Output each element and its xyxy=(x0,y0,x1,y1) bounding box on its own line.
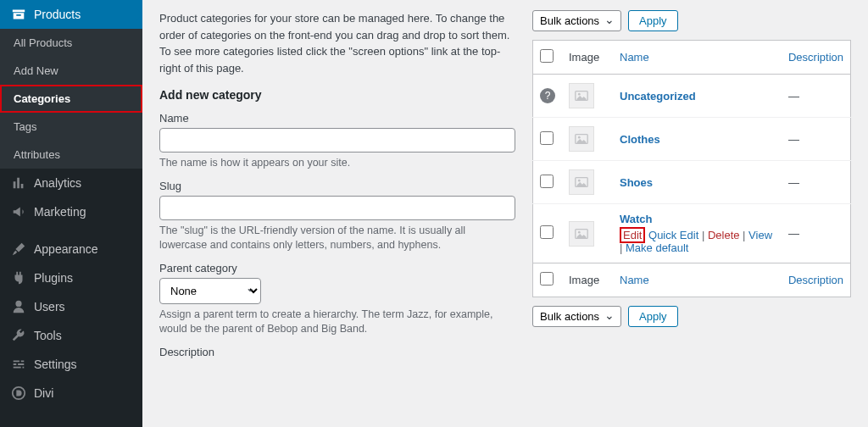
wrench-icon xyxy=(10,328,27,343)
sub-add-new[interactable]: Add New xyxy=(0,57,142,85)
name-desc: The name is how it appears on your site. xyxy=(159,156,515,171)
add-category-heading: Add new category xyxy=(159,88,515,102)
svg-point-2 xyxy=(578,93,581,96)
description-label: Description xyxy=(159,346,515,358)
menu-label: Appearance xyxy=(34,242,98,256)
menu-appearance[interactable]: Appearance xyxy=(0,235,142,263)
slug-input[interactable] xyxy=(159,196,515,220)
sliders-icon xyxy=(10,357,27,372)
svg-point-8 xyxy=(578,230,581,233)
table-row: Shoes— xyxy=(533,161,851,204)
plug-icon xyxy=(10,270,27,286)
col-description-f[interactable]: Description xyxy=(782,263,851,297)
view-link[interactable]: View xyxy=(748,229,772,241)
menu-tools[interactable]: Tools xyxy=(0,321,142,350)
make-default-link[interactable]: Make default xyxy=(626,241,688,254)
admin-sidebar: Products All Products Add New Categories… xyxy=(0,0,142,427)
name-input[interactable] xyxy=(159,128,515,152)
description-cell: — xyxy=(782,204,851,263)
menu-label: Plugins xyxy=(34,271,73,285)
menu-analytics[interactable]: Analytics xyxy=(0,169,142,197)
form-column: Product categories for your store can be… xyxy=(159,10,515,417)
thumbnail-placeholder xyxy=(569,126,594,152)
main-content: Product categories for your store can be… xyxy=(142,0,868,427)
slug-label: Slug xyxy=(159,180,515,192)
menu-plugins[interactable]: Plugins xyxy=(0,263,142,292)
tablenav-top: Bulk actions Apply xyxy=(532,10,851,31)
thumbnail-placeholder xyxy=(569,169,594,195)
megaphone-icon xyxy=(10,204,27,219)
delete-link[interactable]: Delete xyxy=(708,229,740,241)
description-cell: — xyxy=(782,118,851,161)
menu-label: Users xyxy=(34,300,65,313)
apply-button-top[interactable]: Apply xyxy=(628,10,678,31)
menu-marketing[interactable]: Marketing xyxy=(0,197,142,226)
description-cell: — xyxy=(782,161,851,204)
sub-attributes[interactable]: Attributes xyxy=(0,141,142,169)
col-name-f[interactable]: Name xyxy=(613,263,782,297)
bar-chart-icon xyxy=(10,175,27,191)
row-checkbox[interactable] xyxy=(540,225,554,239)
category-name-link[interactable]: Clothes xyxy=(620,133,660,146)
select-all-bottom[interactable] xyxy=(540,272,554,286)
category-name-link[interactable]: Uncategorized xyxy=(620,90,696,103)
categories-table: Image Name Description ?Uncategorized—Cl… xyxy=(532,40,851,297)
sub-all-products[interactable]: All Products xyxy=(0,29,142,57)
parent-select[interactable]: None xyxy=(159,278,261,304)
menu-settings[interactable]: Settings xyxy=(0,350,142,379)
bulk-actions-select-top[interactable]: Bulk actions xyxy=(532,10,621,31)
apply-button-bottom[interactable]: Apply xyxy=(628,306,678,327)
menu-products-label: Products xyxy=(34,8,81,21)
quick-edit-link[interactable]: Quick Edit xyxy=(648,229,698,241)
table-row: Clothes— xyxy=(533,118,851,161)
svg-point-6 xyxy=(578,180,581,182)
row-checkbox[interactable] xyxy=(540,175,554,188)
category-name-link[interactable]: Watch xyxy=(620,213,653,225)
thumbnail-placeholder xyxy=(569,221,594,247)
intro-text: Product categories for your store can be… xyxy=(159,10,515,76)
tablenav-bottom: Bulk actions Apply xyxy=(532,306,851,327)
parent-desc: Assign a parent term to create a hierarc… xyxy=(159,308,515,337)
thumbnail-placeholder xyxy=(569,83,594,108)
row-actions: Edit Quick Edit | Delete | View | Make d… xyxy=(620,229,775,254)
select-all-top[interactable] xyxy=(540,49,554,63)
row-checkbox[interactable] xyxy=(540,131,554,145)
field-description: Description xyxy=(159,346,515,358)
menu-label: Settings xyxy=(34,358,77,371)
svg-point-4 xyxy=(578,136,581,139)
col-name[interactable]: Name xyxy=(613,41,782,75)
brush-icon xyxy=(10,241,27,257)
bulk-actions-select-bottom[interactable]: Bulk actions xyxy=(532,306,621,327)
menu-products[interactable]: Products xyxy=(0,0,142,29)
menu-users[interactable]: Users xyxy=(0,292,142,321)
help-icon[interactable]: ? xyxy=(540,88,555,103)
table-column: Bulk actions Apply Image Name Descriptio… xyxy=(532,10,851,417)
sub-tags[interactable]: Tags xyxy=(0,113,142,141)
archive-icon xyxy=(10,7,27,22)
menu-label: Tools xyxy=(34,329,62,342)
col-image-f: Image xyxy=(562,263,613,297)
description-cell: — xyxy=(782,75,851,118)
user-icon xyxy=(10,299,27,314)
sub-categories[interactable]: Categories xyxy=(0,85,142,113)
products-submenu: All Products Add New Categories Tags Att… xyxy=(0,29,142,169)
menu-label: Marketing xyxy=(34,205,86,219)
table-row: WatchEdit Quick Edit | Delete | View | M… xyxy=(533,204,851,263)
category-name-link[interactable]: Shoes xyxy=(620,176,653,189)
col-description[interactable]: Description xyxy=(782,41,851,75)
field-slug: Slug The "slug" is the URL-friendly vers… xyxy=(159,180,515,253)
parent-label: Parent category xyxy=(159,262,515,274)
field-parent: Parent category None ⌄ Assign a parent t… xyxy=(159,262,515,337)
divi-icon xyxy=(10,385,27,401)
table-row: ?Uncategorized— xyxy=(533,75,851,118)
col-image: Image xyxy=(562,41,613,75)
slug-desc: The "slug" is the URL-friendly version o… xyxy=(159,224,515,253)
field-name: Name The name is how it appears on your … xyxy=(159,112,515,171)
menu-label: Divi xyxy=(34,386,53,400)
name-label: Name xyxy=(159,112,515,125)
menu-divi[interactable]: Divi xyxy=(0,379,142,408)
menu-label: Analytics xyxy=(34,176,81,190)
